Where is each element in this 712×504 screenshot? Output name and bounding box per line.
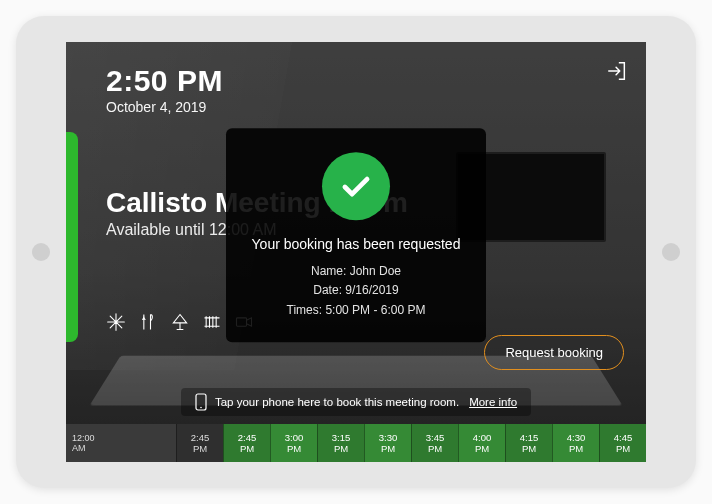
tablet-home-button[interactable] — [662, 243, 680, 261]
booking-confirmation-modal: Your booking has been requested Name: Jo… — [226, 128, 486, 342]
timeline-slot[interactable]: 3:15PM — [317, 424, 364, 462]
timeline-slot[interactable]: 4:30PM — [552, 424, 599, 462]
catering-icon — [138, 312, 158, 332]
current-date: October 4, 2019 — [106, 99, 223, 115]
current-time: 2:50 PM — [106, 64, 223, 98]
modal-name-line: Name: John Doe — [244, 262, 468, 281]
timeline-slot[interactable]: 2:45PM — [223, 424, 270, 462]
timeline-slot[interactable]: 3:00PM — [270, 424, 317, 462]
exit-icon[interactable] — [606, 60, 628, 82]
tablet-frame: 2:50 PM October 4, 2019 Callisto Meeting… — [16, 16, 696, 488]
request-booking-button[interactable]: Request booking — [484, 335, 624, 370]
availability-status-bar — [66, 132, 78, 342]
snowflake-icon — [106, 312, 126, 332]
nfc-tap-banner: Tap your phone here to book this meeting… — [66, 388, 646, 416]
svg-point-2 — [200, 407, 202, 409]
timeline-slot[interactable]: 2:45PM — [176, 424, 223, 462]
modal-times-line: Times: 5:00 PM - 6:00 PM — [244, 301, 468, 320]
timeline-start: 12:00 AM — [66, 424, 114, 462]
timeline-slot[interactable]: 4:15PM — [505, 424, 552, 462]
tablet-camera — [32, 243, 50, 261]
timeline-gap[interactable] — [114, 424, 176, 462]
timeline-slot[interactable]: 3:30PM — [364, 424, 411, 462]
radiator-icon — [202, 312, 222, 332]
timeline-slot[interactable]: 3:45PM — [411, 424, 458, 462]
modal-date-line: Date: 9/16/2019 — [244, 282, 468, 301]
clock-header: 2:50 PM October 4, 2019 — [106, 64, 223, 115]
timeline-slot[interactable]: 4:45PM — [599, 424, 646, 462]
checkmark-icon — [322, 152, 390, 220]
modal-message: Your booking has been requested — [244, 236, 468, 252]
presentation-icon — [170, 312, 190, 332]
timeline[interactable]: 12:00 AM 2:45PM2:45PM3:00PM3:15PM3:30PM3… — [66, 424, 646, 462]
timeline-slot[interactable]: 4:00PM — [458, 424, 505, 462]
app-screen: 2:50 PM October 4, 2019 Callisto Meeting… — [66, 42, 646, 462]
more-info-link[interactable]: More info — [469, 396, 517, 408]
phone-icon — [195, 393, 207, 411]
nfc-tap-text: Tap your phone here to book this meeting… — [215, 396, 459, 408]
